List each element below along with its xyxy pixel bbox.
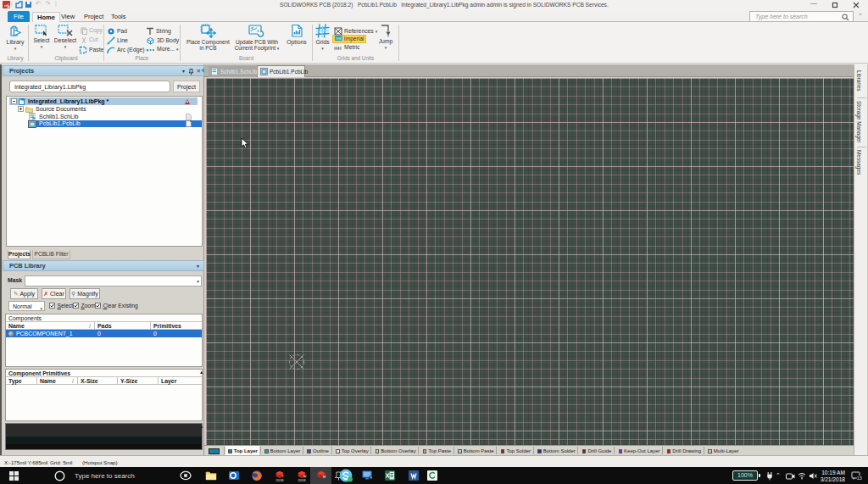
svg-text:13: 13 [857, 476, 862, 481]
svg-text:2018: 2018 [276, 478, 285, 481]
svg-text:2018: 2018 [298, 478, 307, 481]
